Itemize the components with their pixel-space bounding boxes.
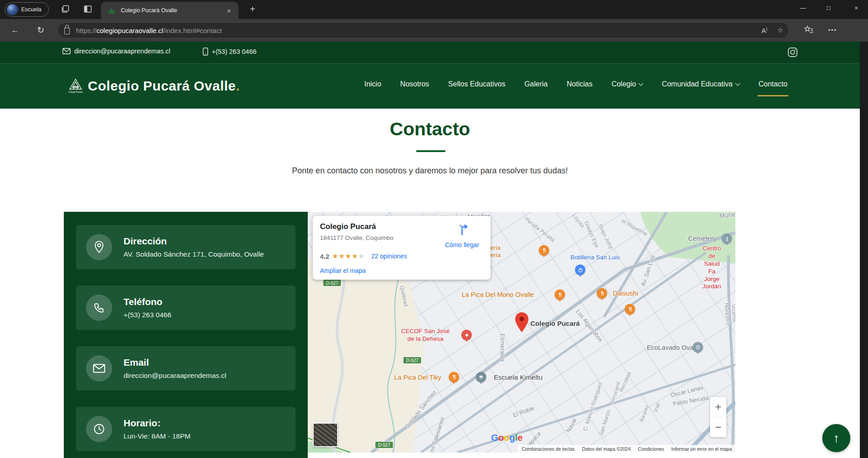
nav-item-inicio[interactable]: Inicio xyxy=(364,80,381,89)
new-tab-button[interactable]: + xyxy=(247,4,258,15)
contact-card-text: +(53) 263 0466 xyxy=(124,311,172,319)
read-aloud-icon[interactable]: A) xyxy=(762,27,768,34)
nav-item-label: Sellos Educativos xyxy=(448,80,505,88)
attribution-link[interactable]: Combinaciones de teclas xyxy=(522,446,575,452)
rating-value: 4.2 xyxy=(320,253,329,260)
favorites-bar-icon[interactable] xyxy=(804,25,814,37)
map-attribution: Combinaciones de teclasDatos del mapa ©2… xyxy=(518,445,735,453)
rating-row: 4.2 ★★★★★ 22 opiniones xyxy=(320,252,407,260)
email-icon xyxy=(62,48,71,54)
nav-item-colegio[interactable]: Colegio xyxy=(611,80,643,89)
nav-item-nosotros[interactable]: Nosotros xyxy=(400,80,429,89)
brand-title[interactable]: Colegio Pucará Ovalle. xyxy=(88,78,240,94)
title-underline xyxy=(416,150,445,152)
contact-card-email: Emaildireccion@pucaraaprendemas.cl xyxy=(76,346,296,391)
enlarge-map-link[interactable]: Ampliar el mapa xyxy=(320,267,366,274)
nav-item-galeria[interactable]: Galeria xyxy=(525,80,548,89)
instagram-icon[interactable] xyxy=(787,47,798,59)
phone-icon xyxy=(86,295,112,321)
back-button[interactable]: ← xyxy=(9,24,21,37)
zoom-out-button[interactable]: − xyxy=(710,417,726,437)
school-icon[interactable] xyxy=(476,372,486,382)
workspaces-icon[interactable] xyxy=(61,5,71,14)
nav-item-sellos-educativos[interactable]: Sellos Educativos xyxy=(448,80,505,89)
window-maximize-button[interactable]: □ xyxy=(818,0,839,16)
reviews-link[interactable]: 22 opiniones xyxy=(371,253,407,260)
health-cross-icon[interactable] xyxy=(462,330,472,340)
contact-card-dirección: DirecciónAV. Soldado Sánchez 171, Coquim… xyxy=(76,225,296,269)
route-badge: D-527 xyxy=(323,279,341,286)
map-marker-pin[interactable] xyxy=(515,312,529,334)
web-page: direccion@pucaraaprendemas.cl +(53) 263 … xyxy=(0,42,860,458)
laundry-icon[interactable] xyxy=(693,342,703,353)
nav-item-label: Contacto xyxy=(758,80,787,88)
tab-strip: Escuela Colegio Pucará Ovalle × + — □ × xyxy=(0,0,868,19)
contact-card-teléfono: Teléfono+(53) 263 0466 xyxy=(76,286,296,330)
google-logo[interactable]: Google xyxy=(491,432,522,443)
restaurant-icon[interactable] xyxy=(597,288,607,299)
directions-icon xyxy=(456,222,468,236)
cemetery-icon[interactable] xyxy=(722,234,732,244)
attribution-link[interactable]: Informar un error en el mapa xyxy=(671,446,732,452)
topbar-phone[interactable]: +(53) 263 0466 xyxy=(203,48,257,56)
google-map[interactable]: Condominio MiradorMunicipaPeralta Peralt… xyxy=(308,212,735,453)
restaurant-icon[interactable] xyxy=(555,290,565,300)
site-topbar: direccion@pucaraaprendemas.cl +(53) 263 … xyxy=(0,42,860,63)
tab-close-icon[interactable]: × xyxy=(224,7,234,14)
reload-button[interactable]: ↻ xyxy=(34,24,47,37)
map-label: Esmeralda xyxy=(499,334,506,362)
map-info-card: Colegio Pucará 1841177 Ovalle, Coquimbo … xyxy=(313,216,491,280)
window-close-button[interactable]: × xyxy=(846,0,867,16)
map-label: La Pica Del Tiky xyxy=(394,373,441,382)
contact-card-title: Horario: xyxy=(124,418,191,429)
satellite-layer-thumbnail[interactable] xyxy=(313,423,338,447)
attribution-link[interactable]: Datos del mapa ©2024 xyxy=(582,446,631,452)
nav-item-label: Nosotros xyxy=(400,80,429,88)
contact-card-text: direccion@pucaraaprendemas.cl xyxy=(124,372,226,380)
contact-info-panel: DirecciónAV. Soldado Sánchez 171, Coquim… xyxy=(64,212,308,458)
route-badge: D-527 xyxy=(375,441,393,448)
contact-card-text: Lun-Vie: 8AM - 18PM xyxy=(124,432,191,440)
zoom-in-button[interactable]: + xyxy=(710,397,726,417)
site-navbar: Colegio Pucará Colegio Pucará Ovalle. In… xyxy=(0,63,860,109)
tab-title: Colegio Pucará Ovalle xyxy=(121,7,224,14)
lock-icon xyxy=(64,28,70,34)
nav-item-label: Galeria xyxy=(525,80,548,88)
nav-item-comunidad-educativa[interactable]: Comunidad Educativa xyxy=(662,80,739,89)
map-zoom-control: + − xyxy=(710,397,726,437)
map-label: EcoLavado Ovalle xyxy=(647,344,700,352)
favorite-star-icon[interactable]: ☆ xyxy=(777,26,783,34)
nav-item-noticias[interactable]: Noticias xyxy=(567,80,592,89)
scroll-to-top-button[interactable]: ↑ xyxy=(822,424,850,452)
topbar-email[interactable]: direccion@pucaraaprendemas.cl xyxy=(62,48,170,55)
shopping-bag-icon[interactable] xyxy=(575,265,586,275)
directions-label: Cómo llegar xyxy=(444,241,480,248)
tab-favicon xyxy=(108,8,115,14)
profile-button[interactable]: Escuela xyxy=(5,2,49,17)
directions-button[interactable]: Cómo llegar xyxy=(444,222,480,248)
brand-dot: . xyxy=(236,78,240,93)
restaurant-icon[interactable] xyxy=(539,245,549,256)
contact-card-title: Teléfono xyxy=(124,296,172,307)
school-logo[interactable]: Colegio Pucará xyxy=(66,77,85,96)
svg-text:Colegio Pucará: Colegio Pucará xyxy=(69,91,83,93)
browser-tab[interactable]: Colegio Pucará Ovalle × xyxy=(101,2,238,19)
mobile-phone-icon xyxy=(203,48,208,56)
profile-avatar xyxy=(7,4,18,15)
nav-item-contacto[interactable]: Contacto xyxy=(758,80,787,89)
page-subtitle: Ponte en contacto con nosotros y daremos… xyxy=(0,166,860,176)
vertical-tabs-icon[interactable] xyxy=(83,5,93,14)
restaurant-icon[interactable] xyxy=(449,372,459,382)
address-bar[interactable]: https://colegiopucaraovalle.cl/index.htm… xyxy=(57,22,789,38)
clock-icon xyxy=(86,416,112,442)
restaurant-icon[interactable] xyxy=(625,304,635,315)
url-text: https://colegiopucaraovalle.cl/index.htm… xyxy=(76,27,752,34)
map-label: Vicente Huidobro xyxy=(723,302,735,325)
nav-item-label: Inicio xyxy=(364,80,381,88)
attribution-link[interactable]: Condiciones xyxy=(638,446,664,452)
window-minimize-button[interactable]: — xyxy=(792,0,813,16)
map-label: Daisushi xyxy=(613,289,638,297)
nav-item-label: Comunidad Educativa xyxy=(662,80,733,88)
nav-item-label: Noticias xyxy=(567,80,592,88)
browser-menu-icon[interactable]: ••• xyxy=(828,27,837,33)
